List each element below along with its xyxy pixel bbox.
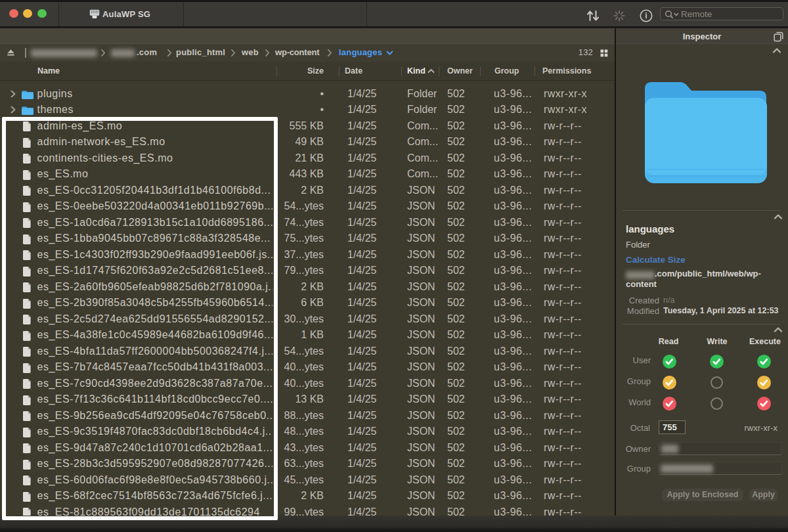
svg-text:i: i [645,11,647,20]
